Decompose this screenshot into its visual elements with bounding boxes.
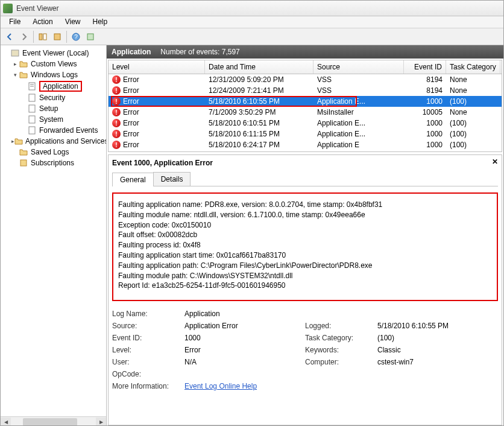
back-button[interactable] — [3, 30, 16, 43]
table-row[interactable]: !Error12/31/2009 5:09:20 PMVSS8194None — [109, 74, 502, 85]
menu-file[interactable]: File — [3, 16, 27, 28]
properties-button[interactable] — [51, 30, 64, 43]
table-row[interactable]: !Error5/18/2010 6:24:17 PMApplication E1… — [109, 139, 502, 150]
folder-open-icon — [19, 70, 28, 80]
logname-value: Application — [184, 310, 305, 318]
tree-application[interactable]: Application — [2, 80, 105, 92]
sidebar-hscroll[interactable]: ◀ ▶ — [1, 416, 106, 426]
folder-icon — [19, 59, 28, 69]
svg-rect-11 — [29, 105, 35, 112]
menubar: File Action View Help — [1, 16, 503, 28]
close-icon[interactable]: ✕ — [492, 157, 498, 166]
table-row[interactable]: !Error5/18/2010 6:10:51 PMApplication E.… — [109, 118, 502, 129]
scroll-thumb[interactable] — [23, 418, 77, 426]
taskcat-value: (100) — [377, 334, 498, 342]
table-row[interactable]: !Error5/18/2010 6:10:55 PMApplication E.… — [109, 96, 502, 107]
col-level[interactable]: Level — [109, 60, 205, 74]
event-count: Number of events: 7,597 — [160, 48, 239, 56]
svg-rect-0 — [39, 34, 42, 40]
eventid-value: 1000 — [184, 334, 305, 342]
logged-value: 5/18/2010 6:10:55 PM — [377, 322, 498, 330]
log-icon — [27, 104, 37, 113]
computer-value: cstest-win7 — [377, 358, 498, 366]
refresh-button[interactable] — [84, 30, 97, 43]
moreinfo-label: More Information: — [112, 382, 184, 390]
table-row[interactable]: !Error12/24/2009 7:21:41 PMVSS8194None — [109, 85, 502, 96]
forward-button[interactable] — [17, 30, 31, 43]
log-icon — [27, 93, 37, 103]
error-icon: ! — [112, 97, 121, 106]
col-taskcategory[interactable]: Task Category — [446, 60, 500, 74]
tab-general[interactable]: General — [112, 173, 154, 186]
level-value: Error — [184, 346, 305, 354]
col-eventid[interactable]: Event ID — [404, 60, 446, 74]
event-log-help-link[interactable]: Event Log Online Help — [184, 382, 257, 390]
tree-subscriptions[interactable]: Subscriptions — [2, 157, 105, 168]
help-button[interactable]: ? — [69, 30, 83, 43]
details-tabs: General Details — [112, 172, 498, 186]
subscriptions-icon — [19, 158, 28, 168]
svg-rect-1 — [43, 34, 46, 40]
svg-rect-5 — [87, 34, 93, 40]
sidebar: Event Viewer (Local) ▸Custom Views ▾Wind… — [1, 45, 107, 426]
error-icon: ! — [112, 75, 121, 84]
details-pane: ✕ Event 1000, Application Error General … — [108, 154, 502, 425]
content-title: Application — [112, 48, 151, 56]
tree-windows-logs[interactable]: ▾Windows Logs — [2, 69, 105, 80]
nav-tree: Event Viewer (Local) ▸Custom Views ▾Wind… — [1, 45, 106, 171]
content-area: Application Number of events: 7,597 Leve… — [107, 45, 503, 426]
error-icon: ! — [112, 130, 121, 138]
event-description: Faulting application name: PDR8.exe, ver… — [112, 192, 498, 301]
log-icon — [27, 126, 37, 135]
taskcat-label: Task Category: — [305, 334, 377, 342]
tree-system[interactable]: System — [2, 114, 105, 125]
svg-text:?: ? — [74, 34, 78, 40]
show-hide-tree-button[interactable] — [36, 30, 49, 43]
toolbar-separator — [66, 31, 67, 43]
tree-custom-views[interactable]: ▸Custom Views — [2, 59, 105, 69]
table-row[interactable]: !Error5/18/2010 6:11:15 PMApplication E.… — [109, 129, 502, 139]
details-title: Event 1000, Application Error — [112, 159, 498, 167]
keywords-value: Classic — [377, 346, 498, 354]
table-row[interactable]: !Error7/1/2009 3:50:29 PMMsiInstaller100… — [109, 107, 502, 118]
event-meta: Log Name: Application Source: Applicatio… — [112, 310, 498, 390]
saved-icon — [19, 147, 28, 157]
tree-forwarded[interactable]: Forwarded Events — [2, 125, 105, 136]
app-icon — [3, 4, 13, 13]
eventviewer-icon — [10, 48, 20, 58]
col-date[interactable]: Date and Time — [205, 60, 313, 74]
menu-help[interactable]: Help — [87, 16, 114, 28]
svg-rect-2 — [54, 34, 60, 40]
svg-rect-6 — [11, 50, 19, 56]
keywords-label: Keywords: — [305, 346, 377, 354]
error-icon: ! — [112, 119, 121, 127]
tree-root[interactable]: Event Viewer (Local) — [2, 48, 105, 59]
error-icon: ! — [112, 108, 121, 116]
tree-setup[interactable]: Setup — [2, 103, 105, 114]
events-grid: Level Date and Time Source Event ID Task… — [108, 60, 502, 152]
menu-view[interactable]: View — [59, 16, 87, 28]
opcode-label: OpCode: — [112, 370, 184, 378]
error-icon: ! — [112, 86, 121, 95]
titlebar: Event Viewer — [1, 1, 503, 16]
menu-action[interactable]: Action — [27, 16, 58, 28]
svg-rect-12 — [29, 116, 35, 123]
grid-header: Level Date and Time Source Event ID Task… — [109, 60, 502, 74]
scroll-right-icon[interactable]: ▶ — [96, 418, 106, 427]
user-label: User: — [112, 358, 184, 366]
scroll-track[interactable] — [11, 418, 96, 427]
svg-rect-10 — [29, 94, 35, 101]
tab-details[interactable]: Details — [153, 172, 191, 186]
tree-security[interactable]: Security — [2, 92, 105, 103]
logname-label: Log Name: — [112, 310, 184, 318]
log-icon — [27, 115, 37, 124]
error-icon: ! — [112, 141, 121, 149]
col-source[interactable]: Source — [313, 60, 404, 74]
scroll-left-icon[interactable]: ◀ — [1, 418, 11, 427]
window-title: Event Viewer — [16, 4, 501, 13]
tree-apps-services[interactable]: ▸Applications and Services Logs — [2, 136, 105, 147]
computer-label: Computer: — [305, 358, 377, 366]
folder-icon — [14, 136, 23, 146]
tree-saved-logs[interactable]: Saved Logs — [2, 147, 105, 157]
source-value: Application Error — [184, 322, 305, 330]
